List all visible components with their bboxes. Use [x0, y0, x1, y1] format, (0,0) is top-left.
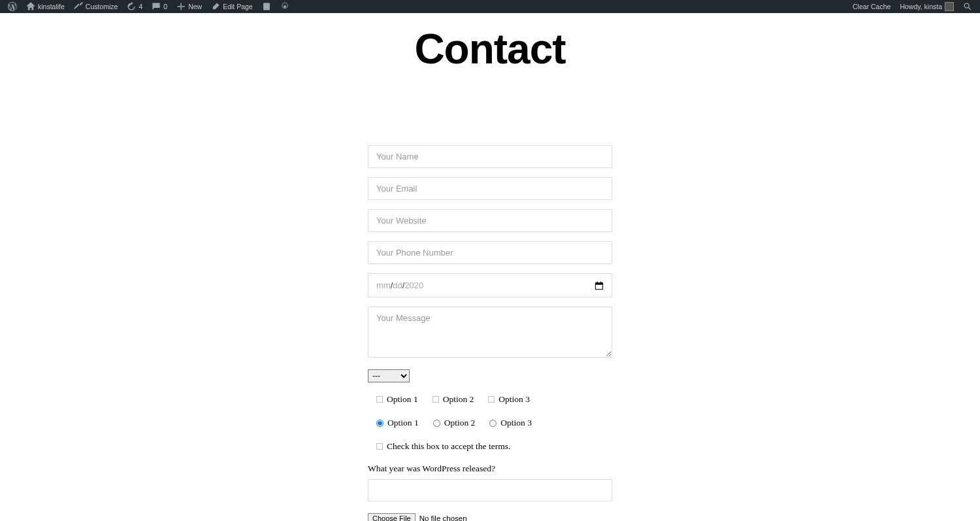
svg-point-0 [284, 5, 286, 8]
search-toggle[interactable] [959, 0, 976, 13]
customize-link[interactable]: Customize [70, 0, 122, 13]
plugin-icon-2[interactable] [276, 0, 293, 13]
radio-input[interactable] [376, 420, 384, 427]
radio-input[interactable] [433, 420, 440, 427]
file-upload: Choose File No file chosen [368, 513, 612, 521]
svg-rect-4 [597, 281, 598, 283]
radio-option-1[interactable]: Option 1 [376, 418, 419, 428]
radio-option-2[interactable]: Option 2 [433, 418, 476, 428]
terms-checkbox-row[interactable]: Check this box to accept the terms. [376, 441, 612, 452]
plugin-icon-1[interactable] [258, 0, 275, 13]
clear-cache-label: Clear Cache [853, 3, 890, 10]
captcha-question: What year was WordPress released? [368, 463, 612, 474]
checkbox-icon [376, 443, 383, 450]
svg-rect-3 [595, 282, 602, 284]
page-content: Contact mm/dd/2020 --- Option 1 Option 2… [0, 25, 980, 521]
captcha-input[interactable] [368, 479, 612, 501]
form-icon [262, 2, 271, 11]
admin-bar-right: Clear Cache Howdy, kinsta [849, 0, 976, 13]
date-text: mm/dd/2020 [376, 280, 423, 290]
dropdown-select[interactable]: --- [368, 369, 410, 382]
howdy-link[interactable]: Howdy, kinsta [896, 0, 958, 13]
terms-label: Check this box to accept the terms. [387, 441, 510, 452]
site-name-label: kinstalife [38, 3, 65, 10]
new-link[interactable]: New [172, 0, 206, 13]
wordpress-icon [8, 2, 17, 11]
search-icon [963, 2, 972, 11]
name-input[interactable] [368, 145, 612, 168]
revisions-link[interactable]: 4 [123, 0, 146, 13]
gear-icon [280, 2, 289, 11]
edit-page-label: Edit Page [223, 3, 253, 10]
pencil-icon [211, 2, 220, 11]
checkbox-icon [488, 396, 495, 403]
revisions-icon [127, 2, 136, 11]
wp-admin-bar: kinstalife Customize 4 0 New [0, 0, 980, 13]
date-input[interactable]: mm/dd/2020 [368, 273, 612, 297]
site-name-link[interactable]: kinstalife [22, 0, 69, 13]
radio-option-3[interactable]: Option 3 [489, 418, 532, 428]
comments-link[interactable]: 0 [148, 0, 171, 13]
phone-input[interactable] [368, 241, 612, 264]
checkbox-group: Option 1 Option 2 Option 3 [376, 394, 612, 405]
wp-logo[interactable] [4, 0, 21, 13]
svg-point-1 [964, 3, 969, 8]
home-icon [26, 2, 35, 11]
website-input[interactable] [368, 209, 612, 232]
radio-input[interactable] [489, 420, 497, 427]
checkbox-option-3[interactable]: Option 3 [488, 394, 530, 405]
file-status: No file chosen [419, 514, 467, 521]
edit-page-link[interactable]: Edit Page [207, 0, 257, 13]
customize-icon [74, 2, 83, 11]
radio-group: Option 1 Option 2 Option 3 [376, 418, 612, 428]
plus-icon [176, 2, 186, 11]
svg-rect-5 [600, 281, 601, 283]
calendar-icon [595, 281, 604, 290]
customize-label: Customize [86, 3, 118, 10]
choose-file-button[interactable]: Choose File [368, 513, 416, 521]
email-input[interactable] [368, 177, 612, 200]
checkbox-icon [376, 396, 383, 403]
admin-bar-left: kinstalife Customize 4 0 New [4, 0, 293, 13]
clear-cache-link[interactable]: Clear Cache [849, 0, 894, 13]
avatar [945, 2, 954, 11]
page-title: Contact [0, 25, 980, 73]
contact-form: mm/dd/2020 --- Option 1 Option 2 Option … [368, 145, 612, 521]
checkbox-option-1[interactable]: Option 1 [376, 394, 418, 405]
comments-count: 0 [163, 3, 167, 10]
revisions-count: 4 [139, 3, 142, 10]
howdy-label: Howdy, kinsta [900, 3, 942, 10]
checkbox-icon [433, 396, 439, 403]
message-textarea[interactable] [368, 307, 612, 358]
new-label: New [188, 3, 202, 10]
checkbox-option-2[interactable]: Option 2 [433, 394, 474, 405]
comment-icon [152, 2, 161, 11]
